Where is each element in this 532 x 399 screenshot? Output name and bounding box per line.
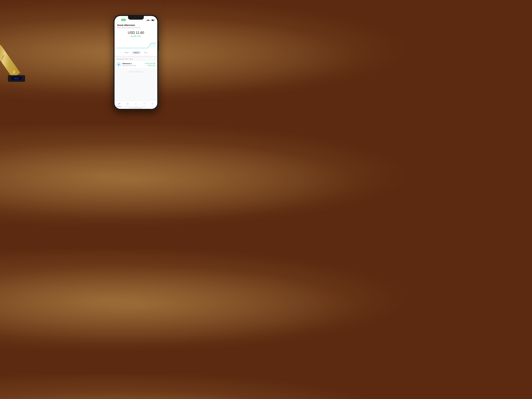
manager-label: Manager	[142, 106, 147, 107]
chart-svg	[116, 38, 156, 49]
greeting-title: Good afternoon	[117, 24, 155, 27]
signal-bar-2	[147, 20, 148, 21]
wifi-icon: ▲	[149, 19, 151, 21]
notch	[128, 16, 144, 20]
balance-section: USD 11.60 USD 11.60	[114, 29, 157, 38]
front-camera	[135, 17, 137, 19]
year-button[interactable]: Year	[142, 51, 149, 54]
ledger-button	[11, 69, 17, 75]
balance-change-value: USD 11.60	[133, 35, 141, 37]
transaction-usd-amount: + USD 11.60	[145, 65, 155, 66]
battery-icon	[152, 19, 154, 21]
transaction-time: Received at 4:01 PM	[122, 65, 143, 66]
ledger-hardware-wallet: Ledger Ethereum	[8, 37, 37, 82]
svg-point-1	[127, 104, 127, 104]
manager-icon	[143, 102, 146, 106]
nav-manager[interactable]: Manager	[141, 102, 147, 107]
nav-transfer[interactable]: Transfer	[133, 102, 139, 107]
svg-point-4	[152, 103, 153, 104]
svg-point-3	[144, 103, 145, 104]
settings-label: Settings	[150, 106, 155, 107]
eth-icon	[117, 62, 121, 67]
transaction-account-name: Ethereum 1	[122, 63, 143, 64]
transfer-label: Transfer	[134, 106, 138, 107]
portfolio-chart	[116, 38, 156, 49]
ledger-screen: Ethereum	[11, 77, 22, 80]
transaction-details: Ethereum 1 Received at 4:01 PM	[122, 63, 143, 66]
status-time: 4:02	[121, 19, 126, 21]
home-indicator[interactable]	[129, 108, 142, 108]
battery-fill	[152, 20, 154, 21]
power-button	[158, 41, 159, 51]
positive-indicator-icon	[131, 36, 133, 37]
accounts-label: Accounts	[125, 106, 130, 107]
portfolio-icon	[118, 102, 120, 106]
settings-icon	[151, 102, 154, 106]
ledger-screen-text: Ethereum	[14, 78, 19, 79]
balance-amount: USD 11.60	[117, 31, 155, 35]
phone: 4:02 ▲ Good	[114, 15, 158, 110]
no-more-operations: No More Operations	[114, 68, 157, 75]
status-icons: ▲	[147, 19, 154, 21]
greeting-section: Good afternoon Here's the summary of you…	[114, 22, 157, 29]
nav-accounts[interactable]: Accounts	[125, 102, 131, 107]
month-button[interactable]: Month	[132, 51, 141, 54]
nav-portfolio[interactable]: Portfolio	[116, 102, 122, 107]
ledger-stick: Ledger	[0, 45, 20, 78]
balance-change: USD 11.60	[117, 35, 155, 37]
chart-section	[114, 38, 157, 50]
nav-settings[interactable]: Settings	[150, 102, 155, 107]
section-divider	[114, 56, 157, 57]
app-content[interactable]: Good afternoon Here's the summary of you…	[114, 22, 157, 101]
date-range-label: January 09, 2019 - Today	[114, 57, 157, 61]
signal-bar-3	[148, 20, 148, 21]
signal-bars	[147, 19, 149, 21]
ledger-logo: Ledger	[1, 55, 4, 60]
transaction-item[interactable]: Ethereum 1 Received at 4:01 PM + ETH 0.0…	[114, 61, 157, 68]
week-button[interactable]: Week	[123, 51, 131, 54]
greeting-subtitle: Here's the summary of your account	[117, 27, 155, 29]
eth-diamond-icon	[118, 63, 120, 66]
signal-bar-1	[147, 20, 147, 21]
svg-rect-0	[127, 103, 128, 105]
portfolio-label: Portfolio	[117, 106, 121, 107]
phone-screen: 4:02 ▲ Good	[114, 16, 157, 109]
time-range-selector: Week Month Year	[114, 50, 157, 56]
ledger-base: Ethereum	[8, 75, 25, 82]
signal-bar-4	[148, 19, 149, 21]
transaction-eth-amount: + ETH 0.07725	[145, 63, 155, 64]
phone-case: 4:02 ▲ Good	[114, 15, 158, 110]
transaction-amounts: + ETH 0.07725 + USD 11.60	[145, 63, 155, 66]
transfer-icon	[135, 102, 137, 106]
accounts-icon	[127, 102, 129, 106]
